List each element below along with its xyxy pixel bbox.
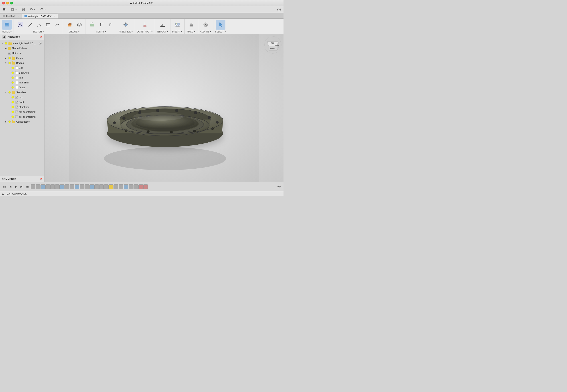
viewport[interactable]: TOP FRONT RIGHT [44, 34, 284, 182]
collapse-browser-button[interactable]: ◀ [2, 35, 6, 39]
timeline-item[interactable] [129, 184, 133, 189]
timeline-item[interactable] [55, 184, 60, 189]
ribbon-group-select: SELECT ▼ [213, 19, 228, 34]
svg-rect-2 [6, 8, 6, 9]
ribbon-group-addins: ADD-INS ▼ [198, 19, 213, 34]
help-button[interactable]: ? [276, 7, 282, 12]
timeline-item[interactable] [75, 184, 79, 189]
tree-item-bot[interactable]: Bot [0, 65, 44, 70]
tree-item-sketch-top[interactable]: top [0, 95, 44, 100]
create-revolve-button[interactable] [75, 20, 84, 29]
sketch-line-button[interactable] [26, 20, 34, 29]
timeline-item[interactable] [89, 184, 94, 189]
svg-rect-68 [12, 91, 15, 94]
nav-last-button[interactable]: ⏭ [25, 184, 30, 189]
tree-item-top-shell[interactable]: Top Shell [0, 80, 44, 85]
tree-item-glass[interactable]: Glass [0, 85, 44, 90]
nav-next-button[interactable]: ▶| [19, 184, 25, 189]
tree-construction-label: Construction [16, 120, 30, 123]
pin-browser-button[interactable]: 📌 [39, 36, 43, 39]
timeline-item[interactable] [31, 184, 35, 189]
window-controls [2, 2, 13, 4]
timeline-item[interactable] [94, 184, 99, 189]
tab-watertight[interactable]: watertight...CAM v29* ✕ [22, 14, 58, 18]
timeline-item[interactable] [85, 184, 89, 189]
expand-root[interactable]: ▼ [1, 42, 3, 45]
nav-prev-button[interactable]: ◀ [8, 184, 13, 189]
modify-fillet-button[interactable] [98, 20, 106, 29]
expand-sketches[interactable]: ▼ [4, 91, 7, 94]
ribbon-model-button[interactable] [2, 20, 12, 29]
tab-close-untitled[interactable]: ✕ [18, 15, 19, 17]
addins-scripts-button[interactable] [201, 20, 211, 29]
nav-first-button[interactable]: ⏮ [2, 184, 7, 189]
tree-item-bodies[interactable]: ▼ Bodies [0, 60, 44, 65]
tree-sketch-top-label: top [19, 96, 22, 98]
maximize-button[interactable] [10, 2, 13, 4]
expand-origin[interactable]: ▶ [4, 57, 7, 59]
tree-item-origin[interactable]: ▶ Origin [0, 56, 44, 60]
tree-item-units[interactable]: in Units: in [0, 51, 44, 56]
make-3dprint-button[interactable] [186, 20, 196, 29]
tree-item-sketches[interactable]: ▼ Sketches [0, 90, 44, 95]
sketch-rect-button[interactable] [44, 20, 52, 29]
apps-button[interactable] [1, 7, 8, 12]
svg-rect-17 [5, 23, 8, 25]
tree-sketch-botcs-label: bot countersink [19, 115, 36, 118]
timeline-item[interactable] [114, 184, 118, 189]
tab-untitled[interactable]: Untitled* ✕ [0, 14, 22, 18]
timeline-settings-button[interactable] [276, 184, 282, 189]
select-button[interactable] [216, 20, 226, 29]
tree-item-sketch-offset[interactable]: offset low [0, 105, 44, 110]
close-button[interactable] [2, 2, 5, 4]
timeline-item[interactable] [41, 184, 45, 189]
sketch-create-button[interactable] [15, 20, 25, 29]
settings-icon[interactable] [39, 42, 42, 45]
timeline-item[interactable] [99, 184, 104, 189]
tree-item-sketch-topcs[interactable]: top countersink [0, 110, 44, 114]
timeline-item[interactable] [133, 184, 138, 189]
timeline-item[interactable] [143, 184, 148, 189]
viewcube[interactable]: TOP FRONT RIGHT [264, 36, 282, 54]
save-button[interactable] [20, 7, 27, 12]
timeline-item[interactable] [109, 184, 113, 189]
tree-item-top[interactable]: Top [0, 75, 44, 80]
expand-named-views[interactable]: ▶ [4, 47, 7, 50]
modify-press-pull-button[interactable] [87, 20, 97, 29]
assemble-joint-button[interactable] [121, 20, 131, 29]
insert-image-button[interactable] [173, 20, 183, 29]
redo-button[interactable]: ▼ [39, 7, 47, 12]
undo-button[interactable]: ▼ [28, 7, 37, 12]
construct-plane-button[interactable] [140, 20, 150, 29]
timeline-item[interactable] [45, 184, 50, 189]
tree-item-bot-shell[interactable]: Bot Shell [0, 70, 44, 75]
timeline-item[interactable] [50, 184, 55, 189]
timeline-item[interactable] [124, 184, 128, 189]
timeline-item[interactable] [60, 184, 65, 189]
tree-item-root[interactable]: ▼ watertight box1 CAM v29 [0, 41, 44, 46]
tree-item-named-views[interactable]: ▶ Named Views [0, 46, 44, 51]
modify-chamfer-button[interactable] [107, 20, 115, 29]
timeline-item[interactable] [70, 184, 74, 189]
timeline-item[interactable] [80, 184, 84, 189]
inspect-measure-button[interactable] [158, 20, 168, 29]
sketch-spline-button[interactable] [53, 20, 61, 29]
file-button[interactable]: ▼ [9, 7, 18, 12]
tab-close-watertight[interactable]: ✕ [54, 15, 56, 17]
expand-bodies[interactable]: ▼ [4, 62, 7, 64]
minimize-button[interactable] [6, 2, 9, 4]
expand-construction[interactable]: ▶ [4, 120, 7, 123]
create-extrude-button[interactable] [65, 20, 74, 29]
pin-comments-button[interactable]: 📌 [39, 178, 43, 181]
timeline-item[interactable] [36, 184, 40, 189]
sketch-arc-button[interactable] [35, 20, 43, 29]
timeline-item[interactable] [65, 184, 70, 189]
timeline-item[interactable] [104, 184, 109, 189]
tree-item-sketch-botcs[interactable]: bot countersink [0, 114, 44, 119]
nav-play-button[interactable]: ▶ [13, 184, 19, 189]
timeline-item[interactable] [119, 184, 123, 189]
timeline-item[interactable] [138, 184, 143, 189]
tree-item-sketch-front[interactable]: front [0, 100, 44, 105]
tree-item-construction[interactable]: ▶ Construction [0, 119, 44, 124]
ribbon-group-create: CREATE ▼ [63, 19, 85, 34]
